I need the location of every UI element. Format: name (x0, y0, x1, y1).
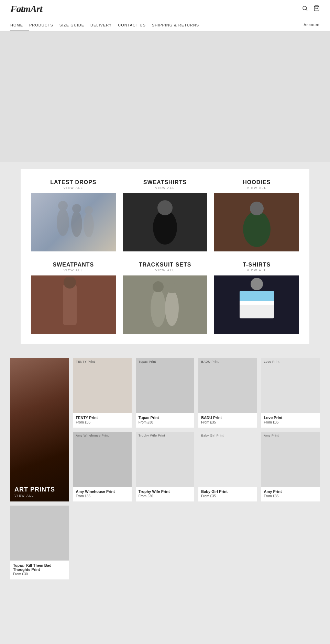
category-sweatpants-title: SWEATPANTS (53, 262, 94, 268)
svg-point-6 (72, 204, 81, 213)
nav: HOME PRODUCTS SIZE GUIDE DELIVERY CONTAC… (0, 18, 330, 32)
svg-point-0 (303, 6, 307, 10)
product-tupac-kill[interactable]: Tupac- Kill Them Bad Thoughts Print From… (10, 506, 69, 579)
product-baby-girl-info: Baby Girl Print From £35 (198, 487, 257, 501)
category-latest-drops-subtitle: VIEW ALL (64, 186, 83, 190)
product-fenty[interactable]: FENTY Print FENTY Print From £35 (73, 358, 131, 428)
category-tshirts-subtitle: VIEW ALL (247, 269, 266, 272)
product-trophy-wife-image: Trophy Wife Print (136, 432, 194, 487)
nav-account[interactable]: Account (304, 23, 320, 27)
category-latest-drops[interactable]: LATEST DROPS VIEW ALL (31, 179, 116, 251)
product-amy-winehouse[interactable]: Amy Winehouse Print Amy Winehouse Print … (73, 432, 131, 501)
product-badu[interactable]: BADU Print BADU Print From £35 (198, 358, 257, 428)
product-badu-name: BADU Print (201, 416, 254, 420)
category-sweatshirts-title: SWEATSHIRTS (143, 179, 187, 185)
svg-point-5 (71, 211, 82, 237)
category-hoodies[interactable]: HOODIES VIEW ALL (214, 179, 299, 251)
product-fenty-label: FENTY Print (76, 360, 95, 363)
svg-rect-21 (240, 301, 274, 305)
logo[interactable]: FatmArt (10, 3, 42, 14)
product-badu-label: BADU Print (201, 360, 219, 363)
category-tshirts-image (214, 275, 299, 334)
svg-point-10 (157, 200, 173, 215)
nav-products[interactable]: PRODUCTS (29, 18, 59, 31)
product-amy-winehouse-image: Amy Winehouse Print (73, 432, 131, 487)
svg-point-3 (57, 208, 69, 236)
category-section: LATEST DROPS VIEW ALL SWEATSHIRTS (21, 169, 309, 344)
product-tupac-kill-price: From £30 (13, 572, 66, 576)
product-trophy-wife-name: Trophy Wife Print (139, 489, 191, 494)
product-fenty-price: From £35 (76, 420, 129, 424)
category-hoodies-subtitle: VIEW ALL (247, 186, 266, 190)
product-amy-winehouse-label: Amy Winehouse Print (76, 434, 109, 437)
category-sweatpants[interactable]: SWEATPANTS VIEW ALL (31, 262, 116, 334)
svg-point-17 (165, 290, 179, 326)
nav-shipping[interactable]: SHIPPING & RETURNS (152, 18, 205, 31)
product-trophy-wife[interactable]: Trophy Wife Print Trophy Wife Print From… (136, 432, 194, 501)
product-love-image: Love Print (261, 358, 320, 413)
product-amy-price: From £35 (264, 494, 317, 498)
products-section: ART PRINTS VIEW ALL FENTY Print FENTY Pr… (0, 351, 330, 586)
product-trophy-wife-price: From £30 (139, 494, 191, 498)
art-prints-title: ART PRINTS (14, 486, 65, 493)
product-amy-winehouse-info: Amy Winehouse Print From £35 (73, 487, 131, 501)
product-baby-girl-price: From £35 (201, 494, 254, 498)
category-hoodies-image (214, 193, 299, 251)
nav-contact[interactable]: CONTACT US (118, 18, 152, 31)
category-tracksuit-subtitle: VIEW ALL (155, 269, 175, 272)
product-tupac-image: Tupac Print (136, 358, 194, 413)
category-latest-drops-image (31, 193, 116, 251)
product-fenty-info: FENTY Print From £35 (73, 413, 131, 428)
category-sweatpants-subtitle: VIEW ALL (64, 269, 83, 272)
svg-point-12 (250, 202, 264, 215)
product-tupac-kill-info: Tupac- Kill Them Bad Thoughts Print From… (10, 561, 69, 579)
nav-delivery[interactable]: DELIVERY (90, 18, 118, 31)
product-baby-girl-image: Baby Girl Print (198, 432, 257, 487)
nav-home[interactable]: HOME (10, 18, 29, 31)
category-tracksuit-title: TRACKSUIT SETS (139, 262, 191, 268)
category-hoodies-title: HOODIES (243, 179, 271, 185)
category-tshirts[interactable]: T-SHIRTS VIEW ALL (214, 262, 299, 334)
product-tupac-price: From £30 (139, 420, 191, 424)
category-sweatshirts-image (123, 193, 208, 251)
svg-rect-13 (63, 284, 77, 325)
category-sweatshirts[interactable]: SWEATSHIRTS VIEW ALL (123, 179, 208, 251)
svg-point-7 (84, 213, 94, 237)
product-fenty-name: FENTY Print (76, 416, 129, 420)
category-latest-drops-title: LATEST DROPS (50, 179, 96, 185)
product-tupac-kill-image (10, 506, 69, 561)
art-prints-link[interactable]: VIEW ALL (14, 494, 65, 497)
product-badu-price: From £35 (201, 420, 254, 424)
product-amy-info: Amy Print From £35 (261, 487, 320, 501)
product-amy[interactable]: Amy Print Amy Print From £35 (261, 432, 320, 501)
svg-point-16 (153, 281, 164, 292)
svg-point-4 (58, 201, 68, 211)
product-love-label: Love Print (264, 360, 280, 363)
category-sweatpants-image (31, 275, 116, 334)
product-tupac[interactable]: Tupac Print Tupac Print From £30 (136, 358, 194, 428)
cart-icon[interactable] (314, 5, 320, 13)
product-badu-info: BADU Print From £35 (198, 413, 257, 428)
product-trophy-wife-info: Trophy Wife Print From £30 (136, 487, 194, 501)
product-tupac-label: Tupac Print (139, 360, 156, 363)
nav-size-guide[interactable]: SIZE GUIDE (59, 18, 90, 31)
svg-line-1 (306, 9, 307, 10)
art-prints-overlay: ART PRINTS VIEW ALL (10, 482, 69, 501)
svg-point-18 (167, 283, 177, 293)
product-baby-girl[interactable]: Baby Girl Print Baby Girl Print From £35 (198, 432, 257, 501)
product-amy-winehouse-price: From £35 (76, 494, 129, 498)
art-prints-card[interactable]: ART PRINTS VIEW ALL (10, 358, 69, 501)
svg-point-15 (151, 289, 166, 327)
category-grid-row1: LATEST DROPS VIEW ALL SWEATSHIRTS (31, 179, 299, 251)
product-amy-image: Amy Print (261, 432, 320, 487)
category-tracksuit[interactable]: TRACKSUIT SETS VIEW ALL (123, 262, 208, 334)
product-love[interactable]: Love Print Love Print From £35 (261, 358, 320, 428)
product-love-price: From £35 (264, 420, 317, 424)
header: FatmArt (0, 0, 330, 18)
search-icon[interactable] (302, 5, 308, 13)
svg-point-22 (251, 278, 263, 290)
products-row1-grid: ART PRINTS VIEW ALL FENTY Print FENTY Pr… (10, 358, 320, 579)
category-sweatshirts-subtitle: VIEW ALL (155, 186, 175, 190)
product-badu-image: BADU Print (198, 358, 257, 413)
svg-point-11 (243, 211, 271, 247)
